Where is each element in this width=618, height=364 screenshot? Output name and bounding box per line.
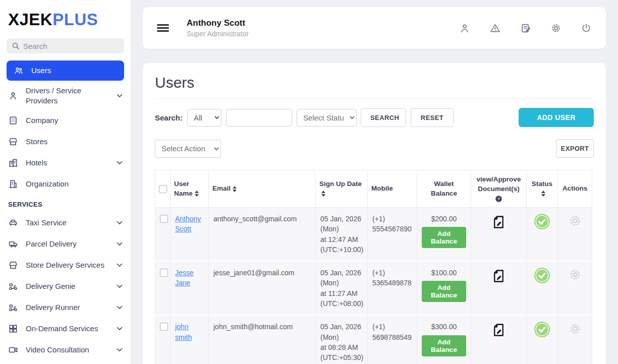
- sidebar-item-users[interactable]: Users: [7, 60, 124, 81]
- sort-icon[interactable]: [541, 191, 545, 197]
- profile-icon[interactable]: [459, 23, 470, 34]
- sidebar-item-stores[interactable]: Stores: [0, 131, 131, 152]
- sidebar-item-label: Organization: [26, 179, 69, 189]
- user-mobile: (+1) 5365489878: [372, 269, 412, 287]
- export-button[interactable]: EXPORT: [556, 139, 594, 158]
- chevron-down-icon: [117, 161, 123, 165]
- sidebar-item-label: Taxi Service: [26, 218, 67, 228]
- chevron-down-icon: [117, 348, 123, 352]
- sort-icon[interactable]: [233, 186, 237, 192]
- sidebar-item-parcel-delivery[interactable]: Parcel Delivery: [0, 233, 131, 255]
- status-active-icon[interactable]: [534, 268, 550, 286]
- signup-date: 05 Jan, 2026 (Mon): [320, 268, 363, 288]
- sidebar-item-label: Parcel Delivery: [26, 239, 77, 249]
- table-row: Jesse Jane jesse_jane01@gmail.com 05 Jan…: [155, 261, 592, 315]
- settings-gear-icon[interactable]: [550, 23, 561, 34]
- sidebar-item-taxi-service[interactable]: Taxi Service: [0, 212, 131, 233]
- row-actions-gear-icon[interactable]: [568, 268, 582, 284]
- status-active-icon[interactable]: [534, 322, 550, 340]
- sort-icon[interactable]: [321, 191, 325, 197]
- signup-utc: (UTC:+05:30): [320, 352, 363, 362]
- col-signup-date: Sign Up Date: [319, 180, 362, 188]
- status-active-icon[interactable]: [534, 214, 550, 232]
- wallet-balance: $300.00: [431, 323, 457, 331]
- current-user-role: Super Administrator: [187, 30, 249, 38]
- sidebar-item-organization[interactable]: Organization: [0, 173, 131, 195]
- user-email: john_smith@hotmail.com: [213, 323, 293, 331]
- wallet-balance: $100.00: [431, 269, 457, 277]
- signup-time: at 08:28 AM: [320, 342, 363, 352]
- logout-power-icon[interactable]: [581, 23, 592, 34]
- add-balance-button[interactable]: Add Balance: [422, 281, 466, 302]
- search-input[interactable]: [226, 109, 292, 127]
- menu-toggle-icon[interactable]: [157, 23, 169, 33]
- add-balance-button[interactable]: Add Balance: [422, 335, 466, 356]
- view-documents-icon[interactable]: [490, 268, 507, 287]
- search-icon: [12, 42, 20, 50]
- chevron-down-icon: [117, 221, 123, 225]
- table-row: john smith john_smith@hotmail.com 05 Jan…: [155, 315, 592, 364]
- reset-button[interactable]: RESET: [411, 108, 454, 127]
- sidebar-item-label: Store Delivery Services: [26, 260, 104, 270]
- row-checkbox[interactable]: [160, 323, 168, 331]
- alerts-icon[interactable]: [489, 23, 501, 34]
- user-name-link[interactable]: Anthony Scott: [175, 215, 201, 233]
- sidebar-item-on-demand-services[interactable]: On-Demand Services: [0, 318, 131, 339]
- user-email: jesse_jane01@gmail.com: [213, 269, 295, 277]
- signup-date: 05 Jan, 2026 (Mon): [320, 214, 363, 234]
- sidebar-item-label: Delivery Runner: [26, 302, 80, 313]
- col-documents: view/Approve Document(s): [477, 175, 521, 192]
- sidebar-search[interactable]: [7, 38, 124, 53]
- reports-icon[interactable]: [520, 23, 531, 34]
- col-status: Status: [532, 180, 552, 188]
- sidebar-item-store-delivery-services[interactable]: Store Delivery Services: [0, 255, 131, 276]
- view-documents-icon[interactable]: [490, 214, 507, 233]
- row-actions-gear-icon[interactable]: [568, 214, 582, 230]
- brand-part1: XJEK: [8, 10, 52, 29]
- view-documents-icon[interactable]: [490, 322, 507, 341]
- sidebar-item-drivers[interactable]: Drivers / Service Providers: [0, 82, 131, 110]
- user-mobile: (+1) 5698788549: [372, 323, 412, 341]
- row-checkbox[interactable]: [160, 215, 168, 223]
- table-row: Anthony Scott anthony_scott@gmail.com 05…: [155, 208, 592, 262]
- bulk-action-select[interactable]: Select Action: [155, 140, 221, 158]
- user-name-link[interactable]: john smith: [175, 323, 192, 341]
- chevron-down-icon: [117, 242, 123, 246]
- sidebar-item-delivery-genie[interactable]: Delivery Genie: [0, 276, 131, 297]
- users-icon: [14, 66, 24, 76]
- sidebar-item-label: Hotels: [26, 158, 47, 168]
- help-icon[interactable]: ?: [495, 195, 502, 203]
- search-field-select[interactable]: All: [187, 109, 221, 127]
- sidebar-item-delivery-runner[interactable]: Delivery Runner: [0, 297, 131, 318]
- company-icon: [8, 115, 18, 126]
- page-title: Users: [155, 74, 594, 91]
- sidebar-item-label: Users: [31, 66, 51, 76]
- sidebar-item-video-consultation[interactable]: Video Consultation: [0, 339, 131, 360]
- row-checkbox[interactable]: [160, 269, 168, 277]
- users-panel: Users Search: All Select Status SEARCH R…: [143, 63, 606, 364]
- add-balance-button[interactable]: Add Balance: [422, 227, 466, 248]
- sidebar-search-input[interactable]: [23, 42, 119, 50]
- sidebar-item-label: Company: [26, 115, 58, 126]
- brand-part2: PLUS: [52, 10, 98, 29]
- truck-icon: [8, 239, 18, 249]
- taxi-icon: [8, 218, 18, 228]
- signup-time: at 12:47 AM: [320, 234, 363, 245]
- select-all-checkbox[interactable]: [159, 185, 167, 193]
- status-select[interactable]: Select Status: [297, 109, 357, 127]
- users-table: User Name Email Sign Up Date Mobile Wall…: [155, 170, 592, 364]
- scooter-icon: [8, 281, 18, 291]
- user-name-link[interactable]: Jesse Jane: [175, 269, 194, 287]
- sidebar-item-label: On-Demand Services: [26, 324, 98, 334]
- store-icon: [8, 137, 18, 147]
- col-user-name: User Name: [174, 180, 193, 197]
- row-actions-gear-icon[interactable]: [568, 322, 582, 338]
- add-user-button[interactable]: ADD USER: [519, 108, 594, 127]
- wallet-balance: $200.00: [431, 215, 457, 223]
- search-button[interactable]: SEARCH: [361, 108, 406, 127]
- col-wallet-balance: Wallet Balance: [431, 180, 457, 197]
- sidebar-item-hotels[interactable]: Hotels: [0, 152, 131, 173]
- sort-icon[interactable]: [195, 191, 199, 197]
- sidebar-item-company[interactable]: Company: [0, 110, 131, 131]
- video-camera-icon: [8, 345, 18, 355]
